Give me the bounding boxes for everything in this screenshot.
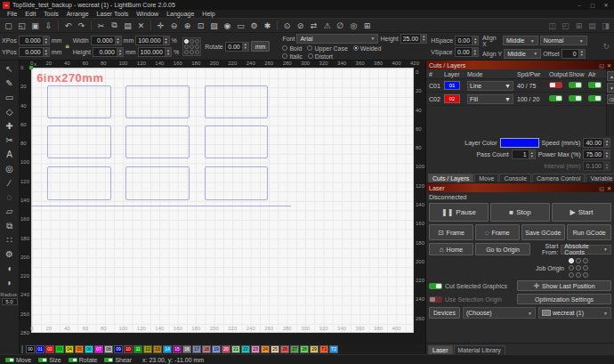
layer-down-button[interactable]: ▼ [607,83,614,93]
material-choose-select[interactable]: (Choose)▼ [463,307,536,319]
menu-item-edit[interactable]: Edit [21,11,39,17]
warning-icon[interactable]: ⚠ [320,20,334,31]
paste-icon[interactable]: ▤ [121,20,134,31]
graphic-rectangle[interactable] [47,125,111,158]
align-mode-select[interactable]: Normal▼ [540,36,587,45]
tab-variable-text[interactable]: Variable Text [586,174,614,182]
status-toggle-size[interactable]: Size [38,357,61,363]
palette-color-00[interactable]: 00 [26,345,35,353]
home-button[interactable]: ⌂Home [429,243,473,255]
pan-icon[interactable]: ✛ [154,20,167,31]
status-toggle-rotate[interactable]: Rotate [69,357,98,363]
job-origin-dot[interactable] [583,265,588,271]
use-selection-origin-toggle[interactable] [429,296,442,303]
palette-color-03[interactable]: 03 [55,345,64,353]
palette-color-27[interactable]: 27 [290,345,299,353]
palette-color-07[interactable]: 07 [94,345,103,353]
show-toggle[interactable] [569,95,582,101]
menu-item-window[interactable]: Window [133,11,162,17]
palette-color-23[interactable]: 23 [251,345,260,353]
rotate-input[interactable]: 0.00▲▼ [225,42,249,52]
palette-color-19[interactable]: 19 [212,345,221,353]
open-file-icon[interactable]: ◱ [15,20,28,31]
palette-color-25[interactable]: 25 [271,345,279,353]
cut-icon[interactable]: ✂ [94,20,108,31]
select-tool[interactable]: ↖ [2,62,18,76]
devices-button[interactable]: Devices [429,307,460,319]
layout-grid-icon[interactable]: ⊞ [572,20,586,31]
anchor-dot[interactable] [184,39,189,44]
settings-gear-icon[interactable]: ⚙ [247,20,261,31]
cut-selected-toggle[interactable] [429,283,442,289]
start-from-select[interactable]: Absolute Coords▼ [561,245,611,255]
layer-mode-select[interactable]: Line▼ [467,81,513,91]
status-toggle-move[interactable]: Move [5,357,31,363]
palette-color-14[interactable]: 14 [163,345,172,353]
graphic-rectangle[interactable] [47,166,111,200]
tab-material-library[interactable]: Material Library [454,345,505,354]
palette-color-08[interactable]: 08 [104,345,113,353]
radius-input[interactable]: 5.0 [2,298,18,305]
text-height-input[interactable]: 25.00▲▼ [400,34,428,44]
palette-color-15[interactable]: 15 [173,345,182,353]
palette-color-24[interactable]: 24 [261,345,270,353]
height-input[interactable]: 0.000▲▼ [93,47,124,57]
pause-button[interactable]: ❚❚Pause [429,203,489,222]
rectangle-tool[interactable]: ▭ [2,91,18,104]
device-select[interactable]: wecreat (1)▼ [538,307,611,319]
stop-button[interactable]: ■Stop [490,203,550,222]
send-icon[interactable]: ⇄ [307,20,320,31]
distort-option[interactable]: Distort [308,53,333,60]
layer-list-empty[interactable] [426,106,606,136]
anchor-dot[interactable] [195,44,199,49]
graphic-line[interactable] [31,206,291,206]
power-max-input[interactable]: 75.00▲▼ [583,150,610,159]
palette-color-05[interactable]: 05 [75,345,84,353]
scale-x-input[interactable]: 100.000▲▼ [135,36,169,45]
save-gcode-button[interactable]: Save GCode [521,224,566,240]
import-icon[interactable]: ⇩ [42,20,55,31]
edit-nodes-tool[interactable]: ✚ [2,119,18,133]
close-button[interactable]: ✕ [601,2,611,8]
measure-tool[interactable]: ∕ [2,176,18,190]
dock-right-icon[interactable]: ◰ [559,20,572,31]
text-tool[interactable]: A [2,148,18,161]
align-x-select[interactable]: Middle▼ [503,36,538,45]
position-icon[interactable]: ⊞ [360,20,374,31]
tab-console[interactable]: Console [499,174,531,182]
layer-row[interactable]: C0202Fill▼100 / 20 [426,93,606,106]
tab-cuts-layers[interactable]: Cuts / Layers [428,174,473,182]
layer-delete-button[interactable]: ⌫ [607,94,614,104]
job-origin-dot[interactable] [569,265,574,271]
air-toggle[interactable] [588,82,602,88]
graphic-rectangle[interactable] [47,85,111,118]
palette-color-02[interactable]: 02 [45,345,54,353]
aspect-lock-icon[interactable]: 🔒︎ [65,42,69,51]
panel-float-icon[interactable]: ◱ [599,62,604,69]
graphic-rectangle[interactable] [125,85,190,118]
unit-toggle-button[interactable]: mm [251,41,271,52]
zoom-in-icon[interactable]: ⊕ [181,20,194,31]
save-icon[interactable]: ▣ [28,20,42,31]
frame-circle-button[interactable]: ◌Frame [475,224,520,240]
job-origin-dot[interactable] [569,272,574,278]
draw-lines-tool[interactable]: ✎ [2,77,18,90]
tab-camera-control[interactable]: Camera Control [532,174,585,182]
anchor-dot[interactable] [190,44,194,49]
welded-option[interactable]: Welded [353,45,382,52]
preview-monitor-icon[interactable]: ▭ [234,20,247,31]
output-toggle[interactable] [549,95,562,101]
grid-array-tool[interactable]: ∷ [2,233,18,247]
anchor-dot[interactable] [195,50,199,54]
frame-selection-icon[interactable]: ▧ [207,20,221,31]
palette-color-T1[interactable]: T1 [319,345,328,353]
hspace-input[interactable]: 0.00▲▼ [455,36,479,45]
palette-color-12[interactable]: 12 [143,345,152,353]
palette-color-06[interactable]: 06 [85,345,93,353]
interval-input[interactable]: 0.100▲▼ [583,161,610,171]
array-tool[interactable]: ⧉ [2,219,18,232]
width-input[interactable]: 0.000▲▼ [91,36,122,45]
output-toggle[interactable] [549,82,562,88]
dock-left-icon[interactable]: ◫ [545,20,559,31]
pass-count-input[interactable]: 1▲▼ [512,150,536,159]
